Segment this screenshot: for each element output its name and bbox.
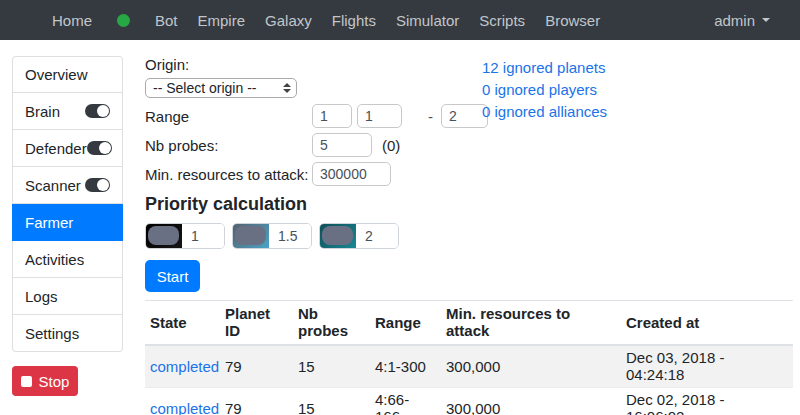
nav-item-flights[interactable]: Flights xyxy=(322,12,386,29)
nav-item-empire[interactable]: Empire xyxy=(188,12,256,29)
sidebar-item-settings[interactable]: Settings xyxy=(12,315,123,352)
sidebar-item-brain[interactable]: Brain xyxy=(12,93,123,130)
sidebar-item-defender[interactable]: Defender xyxy=(12,130,123,167)
table-row: completed 79 15 4:1-300 300,000 Dec 03, … xyxy=(145,345,793,388)
table-header-row: State Planet ID Nb probes Range Min. res… xyxy=(145,301,793,346)
sidebar-item-label: Defender xyxy=(25,140,87,157)
planet-id-cell: 79 xyxy=(220,345,293,388)
nb-probes-row: Nb probes: (0) xyxy=(145,133,795,157)
crystal-resource-icon xyxy=(233,224,269,248)
nav-item-browser[interactable]: Browser xyxy=(535,12,610,29)
crystal-priority-group xyxy=(232,223,312,249)
top-navbar: Home Bot Empire Galaxy Flights Simulator… xyxy=(0,0,800,40)
origin-select[interactable]: -- Select origin -- xyxy=(145,78,297,98)
defender-toggle[interactable] xyxy=(87,141,112,155)
sidebar-list: Overview Brain Defender Scanner Farmer A… xyxy=(12,56,123,352)
col-header-min-resources: Min. resources to attack xyxy=(441,301,621,346)
nav-item-scripts[interactable]: Scripts xyxy=(469,12,535,29)
nb-probes-cell: 15 xyxy=(293,388,370,415)
col-header-created-at: Created at xyxy=(621,301,793,346)
page-body: Overview Brain Defender Scanner Farmer A… xyxy=(0,40,800,415)
deuterium-resource-icon xyxy=(320,224,356,248)
sidebar-item-label: Activities xyxy=(25,251,84,268)
crystal-priority-input[interactable] xyxy=(269,224,311,248)
select-stepper-icon xyxy=(283,83,291,93)
nb-probes-label: Nb probes: xyxy=(145,137,312,154)
sidebar-item-label: Scanner xyxy=(25,177,81,194)
origin-select-value: -- Select origin -- xyxy=(153,80,256,96)
created-at-cell: Dec 03, 2018 - 04:24:18 xyxy=(621,345,793,388)
ignored-planets-link[interactable]: 12 ignored planets xyxy=(482,57,607,79)
sidebar-item-logs[interactable]: Logs xyxy=(12,278,123,315)
min-resources-cell: 300,000 xyxy=(441,388,621,415)
min-resources-cell: 300,000 xyxy=(441,345,621,388)
nb-probes-input[interactable] xyxy=(312,133,372,157)
sidebar-item-overview[interactable]: Overview xyxy=(12,56,123,93)
stop-button-label: Stop xyxy=(39,373,70,390)
metal-resource-icon xyxy=(146,224,182,248)
planet-id-cell: 79 xyxy=(220,388,293,415)
bot-status-indicator-icon xyxy=(117,14,130,27)
farm-sessions-table: State Planet ID Nb probes Range Min. res… xyxy=(145,300,793,415)
range-separator: - xyxy=(428,108,433,125)
range-end-input[interactable] xyxy=(441,104,488,128)
farmer-panel: Origin: -- Select origin -- Range - Nb p… xyxy=(145,56,800,415)
sidebar-item-label: Brain xyxy=(25,103,60,120)
metal-priority-group xyxy=(145,223,225,249)
range-cell: 4:66-166 xyxy=(370,388,441,415)
col-header-range: Range xyxy=(370,301,441,346)
col-header-planet-id: Planet ID xyxy=(220,301,293,346)
session-state-link[interactable]: completed xyxy=(150,400,219,415)
col-header-nb-probes: Nb probes xyxy=(293,301,370,346)
nav-item-home[interactable]: Home xyxy=(42,12,102,29)
table-row: completed 79 15 4:66-166 300,000 Dec 02,… xyxy=(145,388,793,415)
sidebar-item-activities[interactable]: Activities xyxy=(12,241,123,278)
ignored-players-link[interactable]: 0 ignored players xyxy=(482,79,607,101)
sidebar: Overview Brain Defender Scanner Farmer A… xyxy=(12,56,123,415)
ignored-links: 12 ignored planets 0 ignored players 0 i… xyxy=(482,57,607,123)
metal-priority-input[interactable] xyxy=(182,224,224,248)
sidebar-item-label: Logs xyxy=(25,288,58,305)
deuterium-priority-input[interactable] xyxy=(356,224,398,248)
min-resources-input[interactable] xyxy=(312,162,391,186)
range-galaxy-input[interactable] xyxy=(312,104,352,128)
sidebar-item-label: Farmer xyxy=(25,214,73,231)
scanner-toggle[interactable] xyxy=(85,178,110,192)
priority-inputs-row xyxy=(145,223,795,249)
ignored-alliances-link[interactable]: 0 ignored alliances xyxy=(482,101,607,123)
created-at-cell: Dec 02, 2018 - 16:06:02 xyxy=(621,388,793,415)
session-state-link[interactable]: completed xyxy=(150,358,219,375)
user-menu[interactable]: admin xyxy=(714,12,770,29)
sidebar-item-label: Overview xyxy=(25,66,88,83)
nav-item-simulator[interactable]: Simulator xyxy=(386,12,469,29)
nav-item-galaxy[interactable]: Galaxy xyxy=(255,12,322,29)
nav-item-bot[interactable]: Bot xyxy=(145,12,188,29)
priority-calculation-heading: Priority calculation xyxy=(145,194,795,215)
user-menu-label: admin xyxy=(714,12,755,29)
min-resources-row: Min. resources to attack: xyxy=(145,162,795,186)
nb-probes-counter: (0) xyxy=(382,137,400,154)
nb-probes-cell: 15 xyxy=(293,345,370,388)
deuterium-priority-group xyxy=(319,223,399,249)
range-row: Range - xyxy=(145,104,795,128)
range-label: Range xyxy=(145,108,312,125)
sidebar-item-scanner[interactable]: Scanner xyxy=(12,167,123,204)
range-cell: 4:1-300 xyxy=(370,345,441,388)
sidebar-item-label: Settings xyxy=(25,325,79,342)
stop-button[interactable]: Stop xyxy=(12,366,78,396)
start-button[interactable]: Start xyxy=(145,260,200,292)
chevron-down-icon xyxy=(762,18,770,22)
origin-label: Origin: xyxy=(145,56,795,73)
sidebar-item-farmer[interactable]: Farmer xyxy=(12,204,123,241)
col-header-state: State xyxy=(145,301,220,346)
stop-square-icon xyxy=(21,376,32,387)
range-start-input[interactable] xyxy=(357,104,402,128)
brain-toggle[interactable] xyxy=(85,104,110,118)
min-resources-label: Min. resources to attack: xyxy=(145,166,312,183)
